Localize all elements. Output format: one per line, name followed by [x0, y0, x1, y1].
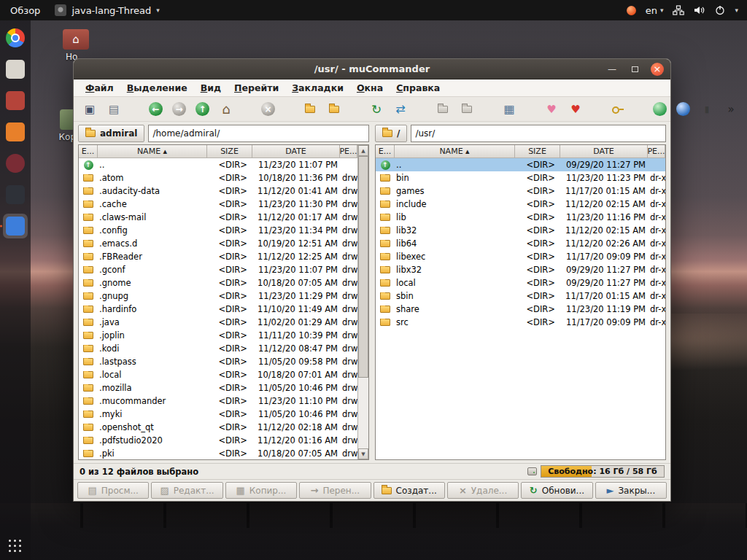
file-row[interactable]: .local<DIR>10/18/20 07:01 AMdrwx [79, 368, 357, 381]
file-row[interactable]: lib<DIR>11/23/20 11:16 PMdr-x [376, 211, 665, 224]
dock-item-mucommander[interactable] [3, 214, 28, 238]
file-row[interactable]: .emacs.d<DIR>10/19/20 12:51 AMdrwx [79, 237, 357, 250]
edit-button[interactable]: ▨Редакт... [151, 482, 222, 499]
column-header-date[interactable]: DATE [252, 145, 340, 158]
show-applications-button[interactable] [9, 540, 22, 553]
desktop-icon-home[interactable]: ⌂ Но... [58, 29, 93, 62]
file-row[interactable]: .joplin<DIR>11/11/20 10:39 PMdrwx [79, 329, 357, 342]
file-row[interactable]: .claws-mail<DIR>11/12/20 01:17 AMdrwx [79, 211, 357, 224]
scroll-thumb[interactable] [358, 156, 368, 378]
column-header-pe[interactable]: PE... [340, 145, 357, 158]
file-row[interactable]: share<DIR>11/23/20 11:19 PMdr-x [376, 303, 665, 316]
title-bar[interactable]: /usr/ - muCommander — × [74, 59, 670, 79]
new-window-icon[interactable]: ▣ [82, 102, 97, 117]
file-row[interactable]: src<DIR>11/17/20 09:09 PMdr-x [376, 316, 665, 329]
file-row[interactable]: libx32<DIR>09/29/20 11:27 PMdr-x [376, 263, 665, 276]
file-row[interactable]: .hardinfo<DIR>11/10/20 11:49 AMdrwx [79, 303, 357, 316]
maximize-button[interactable] [628, 63, 641, 76]
heart-red-icon[interactable]: ♥ [568, 102, 583, 117]
network-icon[interactable] [673, 5, 684, 15]
close-button[interactable]: × [651, 63, 664, 76]
file-row[interactable]: ↑..<DIR>09/29/20 11:27 PM [376, 158, 665, 171]
refresh-icon[interactable]: ↻ [369, 102, 384, 117]
dock-item-chrome[interactable] [3, 26, 28, 50]
file-row[interactable]: .gconf<DIR>11/23/20 11:07 PMdrwx [79, 263, 357, 276]
delete-button[interactable]: ×Удале... [447, 482, 519, 499]
heart-pink-icon[interactable]: ♥ [544, 102, 559, 117]
file-row[interactable]: bin<DIR>11/23/20 11:23 PMdr-x [376, 171, 665, 184]
menu-item-0[interactable]: Файл [80, 81, 120, 95]
dock-item-help[interactable] [3, 151, 28, 176]
file-row[interactable]: lib32<DIR>11/12/20 02:15 AMdr-x [376, 224, 665, 237]
swap-panels-icon[interactable]: ⇄ [393, 102, 408, 117]
right-drive-button[interactable]: / [375, 125, 407, 142]
dock-item-terminal[interactable] [3, 182, 28, 207]
file-row[interactable]: games<DIR>11/17/20 01:15 AMdr-x [376, 184, 665, 198]
split-window-icon[interactable]: ▤ [107, 102, 121, 117]
left-scrollbar[interactable]: ▲ ▼ [357, 145, 368, 459]
file-row[interactable]: .gnome<DIR>10/18/20 07:05 AMdrwx [79, 276, 357, 289]
file-row[interactable]: libexec<DIR>11/17/20 09:09 PMdr-x [376, 250, 665, 263]
close-button[interactable]: ►Закры... [595, 482, 667, 499]
column-header-size[interactable]: SIZE [515, 145, 560, 158]
minimize-button[interactable]: — [605, 63, 619, 76]
column-header-date[interactable]: DATE [560, 145, 648, 158]
go-home-icon[interactable]: ⌂ [219, 102, 233, 117]
app-menu-button[interactable]: java-lang-Thread ▾ [55, 4, 159, 16]
file-row[interactable]: ↑..<DIR>11/23/20 11:07 PM [79, 158, 357, 171]
stop-icon[interactable]: × [261, 102, 275, 116]
dock-item-media[interactable] [3, 88, 28, 113]
file-row[interactable]: .mucommander<DIR>11/23/20 11:10 PMdrwx [79, 394, 357, 408]
mkdir-button[interactable]: Создат... [374, 482, 445, 499]
view-button[interactable]: ▤Просм... [77, 482, 149, 499]
file-row[interactable]: .mozilla<DIR>11/05/20 10:46 PMdrwx [79, 381, 357, 394]
column-header-e[interactable]: E... [79, 145, 98, 158]
file-row[interactable]: .audacity-data<DIR>11/12/20 01:41 AMdrwx [79, 184, 357, 198]
copy-folder-icon[interactable] [436, 102, 450, 117]
power-icon[interactable] [715, 5, 725, 15]
globe-blue-icon[interactable] [676, 102, 690, 116]
add-bookmark-folder-icon[interactable] [327, 102, 341, 117]
move-folder-icon[interactable] [460, 102, 474, 117]
left-drive-button[interactable]: admiral [78, 125, 144, 142]
menu-item-3[interactable]: Перейти [228, 81, 285, 95]
move-button[interactable]: →Перен... [299, 482, 371, 499]
go-parent-icon[interactable]: ↑ [196, 102, 209, 116]
dock-item-software[interactable] [3, 120, 28, 144]
right-path-input[interactable] [411, 125, 666, 142]
left-path-input[interactable] [148, 125, 369, 142]
column-header-e[interactable]: E... [376, 145, 395, 158]
menu-item-1[interactable]: Выделение [121, 81, 193, 95]
volume-icon[interactable] [694, 5, 705, 15]
language-indicator[interactable]: en ▾ [646, 5, 664, 16]
activities-button[interactable]: Обзор [10, 5, 40, 16]
globe-green-icon[interactable] [653, 102, 667, 116]
toolbar-overflow-icon[interactable]: » [724, 102, 738, 117]
refresh-button[interactable]: ↻Обнови... [521, 482, 592, 499]
file-row[interactable]: .myki<DIR>11/05/20 10:46 PMdrwx [79, 408, 357, 421]
file-row[interactable]: .lastpass<DIR>11/05/20 09:58 PMdrwx [79, 355, 357, 368]
file-row[interactable]: .kodi<DIR>11/12/20 08:47 PMdrwx [79, 342, 357, 355]
file-row[interactable]: .gnupg<DIR>11/23/20 11:29 PMdrwx [79, 289, 357, 303]
file-row[interactable]: .config<DIR>11/23/20 11:34 PMdrwx [79, 224, 357, 237]
file-row[interactable]: lib64<DIR>11/12/20 02:26 AMdr-x [376, 237, 665, 250]
copy-button[interactable]: ▦Копир... [225, 482, 297, 499]
go-back-icon[interactable]: ← [149, 102, 163, 116]
file-row[interactable]: .FBReader<DIR>11/12/20 12:25 AMdrwx [79, 250, 357, 263]
file-row[interactable]: .atom<DIR>10/18/20 11:36 PMdrwx [79, 171, 357, 184]
file-row[interactable]: .pdfstudio2020<DIR>11/12/20 01:16 AMdrwx [79, 434, 357, 447]
column-header-pe[interactable]: PE... [648, 145, 665, 158]
device-icon[interactable]: ▮ [700, 102, 714, 117]
new-folder-icon[interactable] [303, 102, 317, 117]
scroll-up-icon[interactable]: ▲ [358, 145, 368, 156]
column-header-name[interactable]: NAME ▴ [395, 145, 515, 158]
system-menu-chevron-icon[interactable]: ▾ [735, 7, 738, 14]
menu-item-5[interactable]: Окна [351, 81, 389, 95]
file-row[interactable]: include<DIR>11/12/20 02:15 AMdr-x [376, 198, 665, 211]
columns-icon[interactable]: ▦ [502, 102, 516, 117]
menu-item-2[interactable]: Вид [195, 81, 227, 95]
file-row[interactable]: .java<DIR>11/02/20 01:29 AMdrwx [79, 316, 357, 329]
key-icon[interactable] [611, 102, 625, 117]
column-header-name[interactable]: NAME ▴ [98, 145, 207, 158]
file-row[interactable]: local<DIR>09/29/20 11:27 PMdr-x [376, 276, 665, 289]
